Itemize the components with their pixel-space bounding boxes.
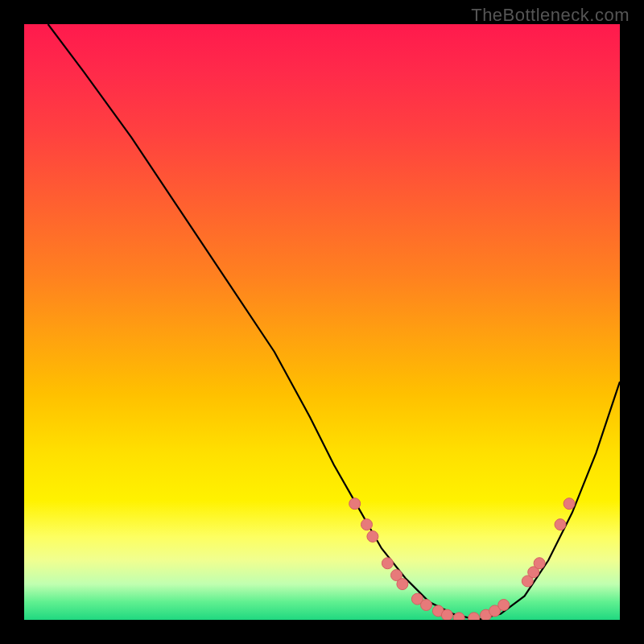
chart-svg xyxy=(24,24,620,620)
data-point xyxy=(397,579,408,590)
data-point xyxy=(498,600,510,611)
data-point xyxy=(361,519,373,530)
data-point xyxy=(564,498,575,510)
data-point xyxy=(382,558,393,569)
data-point xyxy=(441,609,452,620)
data-point xyxy=(555,519,566,530)
data-point xyxy=(349,498,361,510)
data-point xyxy=(534,558,545,569)
data-points-group xyxy=(349,498,575,620)
data-point xyxy=(469,613,480,620)
watermark-text: TheBottleneck.com xyxy=(471,5,630,26)
data-point xyxy=(367,530,378,542)
data-point xyxy=(421,600,432,611)
data-point xyxy=(453,613,464,620)
chart-plot-area xyxy=(24,24,620,620)
curve-line xyxy=(48,24,620,620)
